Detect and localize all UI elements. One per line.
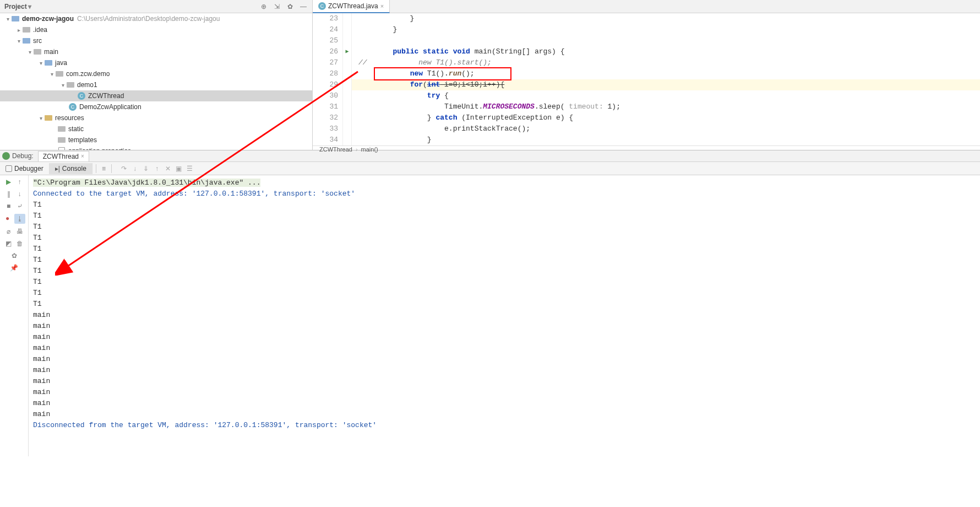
console-connected-line: Connected to the target VM, address: '12… [33, 188, 976, 199]
up-icon[interactable]: ↑ [15, 177, 24, 186]
console-cmd-line: "C:\Program Files\Java\jdk1.8.0_131\bin\… [33, 179, 260, 187]
clear-icon[interactable]: 🗑 [15, 239, 24, 248]
tree-java[interactable]: ▾ java [0, 57, 312, 68]
console-output-line: T1 [33, 222, 976, 233]
scroll-to-end-icon[interactable]: ⭳ [14, 214, 25, 224]
settings-icon[interactable]: ✿ [10, 251, 19, 260]
tree-package[interactable]: ▾ com.zcw.demo [0, 68, 312, 79]
console-output-line: T1 [33, 211, 976, 222]
run-to-cursor-icon[interactable]: ▣ [175, 164, 183, 173]
tree-zcwthread[interactable]: C ZCWThread [0, 90, 312, 101]
console-output[interactable]: "C:\Program Files\Java\jdk1.8.0_131\bin\… [29, 175, 980, 456]
step-into-icon[interactable]: ↓ [130, 164, 139, 173]
console-output-line: main [33, 398, 976, 409]
console-output-line: main [33, 354, 976, 365]
resume-icon[interactable]: ▶ [4, 177, 13, 186]
close-tab-icon[interactable]: × [380, 3, 384, 9]
console-disconnected-line: Disconnected from the target VM, address… [33, 420, 976, 431]
code-editor[interactable]: 23 24 25 26 27 28 29 30 31 32 33 34 ▶ [313, 13, 980, 145]
editor-tab-label: ZCWThread.java [328, 2, 378, 10]
tree-src[interactable]: ▾ src [0, 35, 312, 46]
threads-icon[interactable]: ≡ [102, 165, 106, 172]
console-output-line: main [33, 310, 976, 321]
console-output-line: T1 [33, 288, 976, 299]
console-output-line: main [33, 343, 976, 354]
drop-frame-icon[interactable]: ✕ [164, 164, 172, 173]
tree-root[interactable]: ▾ demo-zcw-jagou C:\Users\Administrator\… [0, 13, 312, 24]
console-output-line: T1 [33, 233, 976, 244]
console-output-line: T1 [33, 299, 976, 310]
tree-root-path: C:\Users\Administrator\Desktop\demo-zcw-… [77, 15, 220, 23]
project-panel-label[interactable]: Project▾ [4, 3, 31, 10]
soft-wrap-icon[interactable]: ⤶ [15, 202, 24, 211]
editor-tab-zcwthread[interactable]: C ZCWThread.java × [313, 0, 390, 13]
pause-icon[interactable]: ‖ [4, 190, 13, 198]
class-icon: C [318, 2, 326, 10]
console-output-line: T1 [33, 277, 976, 288]
debugger-tab[interactable]: Debugger [0, 163, 50, 174]
console-output-line: main [33, 376, 976, 387]
step-out-icon[interactable]: ↑ [153, 164, 161, 173]
tree-static[interactable]: static [0, 123, 312, 134]
tree-idea[interactable]: ▸ .idea [0, 24, 312, 35]
breadcrumb-method[interactable]: main() [361, 146, 378, 153]
view-breakpoints-icon[interactable]: ● [3, 214, 12, 223]
debug-side-toolbar: ▶ ↑ ‖ ↓ ■ ⤶ ● ⭳ ⌀ 🖶 ◩ 🗑 ✿ 📌 [0, 175, 29, 456]
console-output-line: T1 [33, 255, 976, 266]
tree-root-label: demo-zcw-jagou [22, 15, 74, 23]
breadcrumb-class[interactable]: ZCWThread [319, 146, 352, 153]
breadcrumb[interactable]: ZCWThread › main() [313, 145, 980, 153]
run-gutter: ▶ [343, 13, 352, 145]
scroll-from-source-icon[interactable]: ⊕ [259, 2, 268, 11]
debug-toolbar: Debugger ▸| Console ≡ ↷ ↓ ⇓ ↑ ✕ ▣ ☰ [0, 162, 980, 175]
tree-main[interactable]: ▾ main [0, 46, 312, 57]
down-icon[interactable]: ↓ [15, 190, 24, 198]
step-over-icon[interactable]: ↷ [119, 164, 128, 173]
print-icon[interactable]: 🖶 [15, 227, 24, 236]
tree-appprops[interactable]: application.properties [0, 145, 312, 150]
force-step-into-icon[interactable]: ⇓ [141, 164, 150, 173]
line-number-gutter: 23 24 25 26 27 28 29 30 31 32 33 34 [313, 13, 343, 145]
run-icon[interactable]: ▶ [345, 46, 349, 57]
console-output-line: main [33, 321, 976, 332]
evaluate-icon[interactable]: ☰ [186, 164, 194, 173]
tree-demo1[interactable]: ▾ demo1 [0, 79, 312, 90]
project-tree[interactable]: ▾ demo-zcw-jagou C:\Users\Administrator\… [0, 13, 313, 150]
console-output-line: main [33, 409, 976, 420]
hide-icon[interactable]: — [299, 2, 308, 11]
console-output-line: T1 [33, 266, 976, 277]
console-tab[interactable]: ▸| Console [50, 163, 92, 174]
console-output-line: main [33, 387, 976, 398]
camera-icon[interactable]: ◩ [4, 239, 13, 248]
console-output-line: main [33, 332, 976, 343]
annotation-red-box [374, 67, 511, 80]
tree-appclass[interactable]: C DemoZcwApplication [0, 101, 312, 112]
console-output-line: T1 [33, 244, 976, 255]
pin-icon[interactable]: 📌 [10, 263, 19, 272]
debug-label: Debug: [12, 152, 34, 160]
tree-resources[interactable]: ▾ resources [0, 112, 312, 123]
collapse-all-icon[interactable]: ⇲ [273, 2, 281, 11]
bug-icon [2, 152, 10, 160]
close-icon[interactable]: × [81, 153, 84, 159]
mute-breakpoints-icon[interactable]: ⌀ [4, 227, 13, 236]
console-output-line: main [33, 365, 976, 376]
gear-icon[interactable]: ✿ [286, 2, 295, 11]
debug-config-tab[interactable]: ZCWThread × [38, 151, 89, 161]
stop-icon[interactable]: ■ [4, 202, 13, 211]
tree-templates[interactable]: templates [0, 134, 312, 145]
console-output-line: T1 [33, 199, 976, 211]
